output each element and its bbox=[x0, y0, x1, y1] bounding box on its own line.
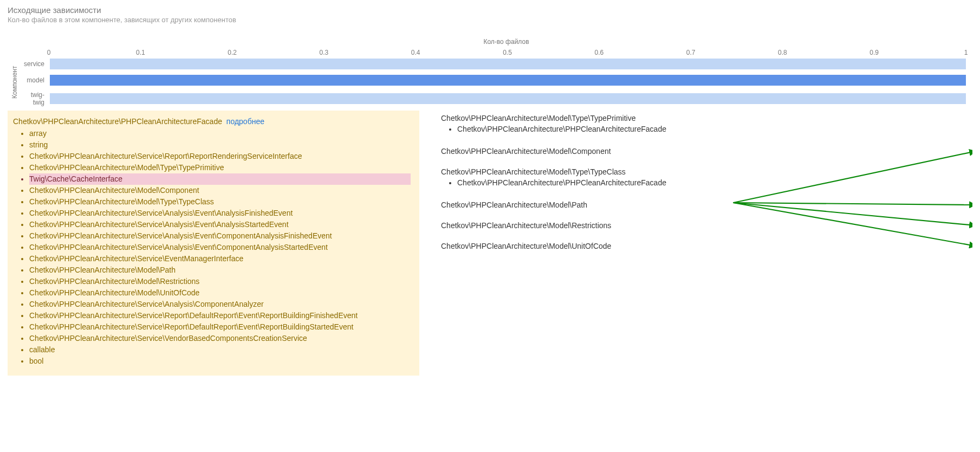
chart-x-tick: 0.1 bbox=[136, 49, 145, 56]
chart-row-label: service bbox=[20, 60, 47, 68]
chart-row-track bbox=[50, 75, 966, 86]
chart-x-tick: 1 bbox=[964, 49, 968, 56]
chart-x-axis: 00.10.20.30.40.50.60.70.80.91 bbox=[49, 49, 966, 59]
dependency-item[interactable]: Chetkov\PHPCleanArchitecture\Model\Path bbox=[29, 264, 411, 276]
dependency-item[interactable]: Chetkov\PHPCleanArchitecture\Service\Ana… bbox=[29, 242, 411, 253]
annotation-sub-item: Chetkov\PHPCleanArchitecture\PHPCleanArc… bbox=[457, 124, 972, 135]
annotation-sublist: Chetkov\PHPCleanArchitecture\PHPCleanArc… bbox=[457, 124, 972, 135]
dependency-item[interactable]: Chetkov\PHPCleanArchitecture\Service\Ven… bbox=[29, 333, 411, 344]
annotation-title: Chetkov\PHPCleanArchitecture\Model\Restr… bbox=[441, 221, 972, 230]
annotation-block: Chetkov\PHPCleanArchitecture\Model\Path bbox=[441, 201, 972, 209]
more-link[interactable]: подробнее bbox=[226, 117, 264, 126]
chart-x-tick: 0.4 bbox=[411, 49, 420, 56]
chart-x-tick: 0.7 bbox=[686, 49, 696, 56]
annotation-block: Chetkov\PHPCleanArchitecture\Model\Type\… bbox=[441, 167, 972, 189]
dependency-item[interactable]: Chetkov\PHPCleanArchitecture\Service\Ana… bbox=[29, 208, 411, 219]
chart-row: service bbox=[20, 59, 966, 69]
dependency-chart: Кол-во файлов 00.10.20.30.40.50.60.70.80… bbox=[10, 38, 970, 106]
dependency-item[interactable]: Chetkov\PHPCleanArchitecture\Model\Restr… bbox=[29, 276, 411, 287]
annotation-block: Chetkov\PHPCleanArchitecture\Model\Compo… bbox=[441, 147, 972, 156]
chart-row: twig-twig bbox=[20, 91, 966, 106]
chart-x-tick: 0.2 bbox=[228, 49, 237, 56]
annotation-block: Chetkov\PHPCleanArchitecture\Model\UnitO… bbox=[441, 242, 972, 250]
dependency-item[interactable]: Chetkov\PHPCleanArchitecture\Model\Type\… bbox=[29, 162, 411, 173]
chart-row-label: model bbox=[20, 76, 47, 84]
dependency-item[interactable]: Twig\Cache\CacheInterface bbox=[29, 173, 411, 185]
header: Исходящие зависимости Кол-во файлов в эт… bbox=[0, 0, 980, 25]
annotation-panel: Chetkov\PHPCleanArchitecture\Model\Type\… bbox=[441, 111, 972, 374]
dependency-item[interactable]: string bbox=[29, 139, 411, 151]
annotation-title: Chetkov\PHPCleanArchitecture\Model\Type\… bbox=[441, 167, 972, 176]
chart-row-track bbox=[50, 93, 966, 104]
chart-row-label: twig-twig bbox=[20, 91, 47, 106]
dependencies-heading: Chetkov\PHPCleanArchitecture\PHPCleanArc… bbox=[13, 117, 264, 126]
annotation-title: Chetkov\PHPCleanArchitecture\Model\UnitO… bbox=[441, 242, 972, 250]
dependency-item[interactable]: array bbox=[29, 128, 411, 139]
dependency-item[interactable]: Chetkov\PHPCleanArchitecture\Service\Rep… bbox=[29, 151, 411, 162]
dependency-item[interactable]: Chetkov\PHPCleanArchitecture\Service\Rep… bbox=[29, 321, 411, 333]
chart-row: model bbox=[20, 75, 966, 86]
annotation-title: Chetkov\PHPCleanArchitecture\Model\Compo… bbox=[441, 147, 972, 156]
dependency-item[interactable]: Chetkov\PHPCleanArchitecture\Service\Ana… bbox=[29, 219, 411, 230]
dependency-item[interactable]: Chetkov\PHPCleanArchitecture\Model\Compo… bbox=[29, 185, 411, 196]
dependency-item[interactable]: bool bbox=[29, 356, 411, 367]
page-title: Исходящие зависимости bbox=[8, 5, 972, 15]
dependencies-panel: Chetkov\PHPCleanArchitecture\PHPCleanArc… bbox=[8, 111, 419, 376]
annotation-sub-item: Chetkov\PHPCleanArchitecture\PHPCleanArc… bbox=[457, 177, 972, 189]
dependency-item[interactable]: Chetkov\PHPCleanArchitecture\Service\Ana… bbox=[29, 230, 411, 242]
chart-x-tick: 0.9 bbox=[869, 49, 879, 56]
chart-y-title: Компонент bbox=[10, 59, 20, 106]
panels: Chetkov\PHPCleanArchitecture\PHPCleanArc… bbox=[0, 111, 980, 389]
chart-row-track bbox=[50, 59, 966, 69]
annotation-block: Chetkov\PHPCleanArchitecture\Model\Restr… bbox=[441, 221, 972, 230]
dependency-item[interactable]: Chetkov\PHPCleanArchitecture\Service\Ana… bbox=[29, 299, 411, 310]
chart-x-tick: 0 bbox=[47, 49, 51, 56]
chart-bar[interactable] bbox=[50, 59, 966, 69]
annotation-title: Chetkov\PHPCleanArchitecture\Model\Path bbox=[441, 201, 972, 209]
chart-x-title: Кол-во файлов bbox=[42, 38, 970, 46]
dependencies-list: arraystringChetkov\PHPCleanArchitecture\… bbox=[13, 128, 411, 367]
annotation-sublist: Chetkov\PHPCleanArchitecture\PHPCleanArc… bbox=[457, 177, 972, 189]
dependency-item[interactable]: Chetkov\PHPCleanArchitecture\Model\UnitO… bbox=[29, 287, 411, 299]
annotation-block: Chetkov\PHPCleanArchitecture\Model\Type\… bbox=[441, 114, 972, 135]
chart-x-tick: 0.5 bbox=[503, 49, 512, 56]
dependency-item[interactable]: Chetkov\PHPCleanArchitecture\Service\Rep… bbox=[29, 310, 411, 321]
dependency-item[interactable]: Chetkov\PHPCleanArchitecture\Service\Eve… bbox=[29, 253, 411, 264]
dependency-item[interactable]: Chetkov\PHPCleanArchitecture\Model\Type\… bbox=[29, 196, 411, 208]
chart-bar[interactable] bbox=[50, 93, 966, 104]
chart-bar[interactable] bbox=[50, 75, 966, 86]
chart-rows: servicemodeltwig-twig bbox=[20, 59, 966, 106]
facade-class-name: Chetkov\PHPCleanArchitecture\PHPCleanArc… bbox=[13, 117, 222, 126]
dependency-item[interactable]: callable bbox=[29, 344, 411, 356]
chart-x-tick: 0.8 bbox=[778, 49, 787, 56]
annotation-title: Chetkov\PHPCleanArchitecture\Model\Type\… bbox=[441, 114, 972, 122]
chart-x-tick: 0.3 bbox=[320, 49, 329, 56]
page-subtitle: Кол-во файлов в этом компоненте, зависящ… bbox=[8, 16, 972, 24]
chart-x-tick: 0.6 bbox=[594, 49, 603, 56]
